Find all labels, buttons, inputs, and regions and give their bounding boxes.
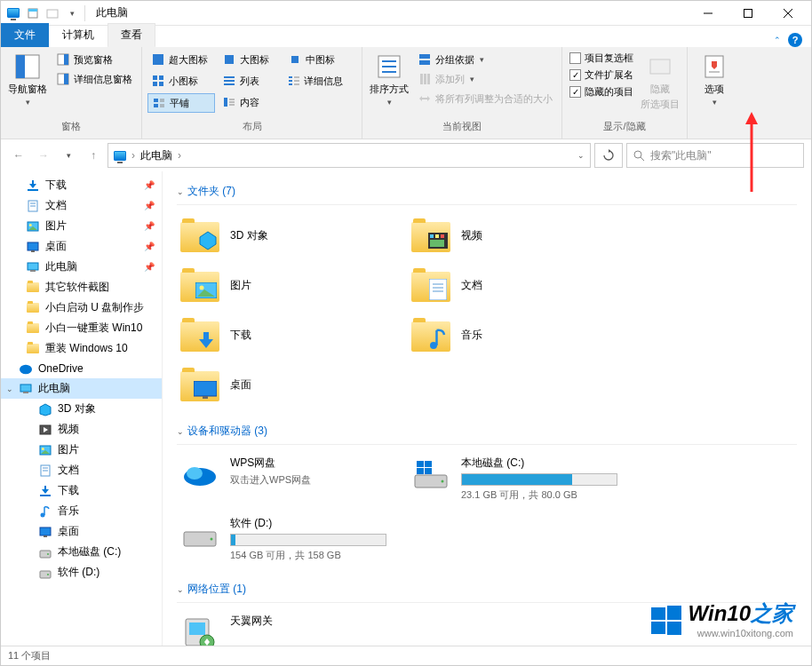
sidebar-item[interactable]: 小白启动 U 盘制作步 [1,297,162,318]
qat-new-folder-icon[interactable] [44,4,61,22]
svg-rect-70 [30,270,36,272]
checkbox-extensions[interactable]: ✓文件扩展名 [568,67,635,83]
group-header-folders[interactable]: ⌄ 文件夹 (7) [177,178,797,205]
folder-item[interactable]: 3D 对象 [177,212,390,258]
desktop-icon [26,240,40,254]
collapse-ribbon-icon[interactable]: ⌃ [774,36,781,44]
svg-rect-51 [650,59,670,74]
sidebar-item[interactable]: 其它软件截图 [1,277,162,297]
sidebar-item[interactable]: 图片 [1,440,162,460]
layout-list-button[interactable]: 列表 [219,72,281,90]
sort-button[interactable]: 排序方式 ▾ [368,51,410,108]
layout-large-button[interactable]: 大图标 [219,51,281,68]
folder-item[interactable]: 音乐 [408,312,621,358]
network-name: 天翼网关 [230,614,386,629]
sidebar-item[interactable]: 音乐 [1,501,162,521]
sidebar-item[interactable]: 图片📌 [1,216,162,236]
tab-computer[interactable]: 计算机 [49,23,107,47]
sidebar-item[interactable]: 下载 [1,480,162,501]
sidebar-item[interactable]: 重装 Windows 10 [1,338,162,359]
nav-sidebar[interactable]: 下载📌文档📌图片📌桌面📌此电脑📌其它软件截图小白启动 U 盘制作步小白一键重装 … [1,171,163,646]
back-button[interactable]: ← [8,145,29,166]
sidebar-item[interactable]: 文档 [1,460,162,480]
checkbox-hidden-items[interactable]: ✓隐藏的项目 [568,84,635,99]
breadcrumb[interactable]: 此电脑 [140,148,172,163]
location-icon [114,151,126,161]
svg-point-93 [47,574,49,575]
drive-space-text: 154 GB 可用，共 158 GB [230,549,386,562]
sidebar-item[interactable]: 3D 对象 [1,399,162,419]
fit-columns-button[interactable]: 将所有列调整为合适的大小 [414,90,556,107]
nav-pane-button[interactable]: 导航窗格 ▾ [6,51,49,108]
layout-small-button[interactable]: 小图标 [147,72,215,90]
close-button[interactable] [768,1,808,26]
svg-rect-98 [441,234,444,238]
forward-button[interactable]: → [33,145,54,166]
svg-rect-15 [291,56,299,63]
music-folder-icon [411,315,450,354]
group-header-drives[interactable]: ⌄ 设备和驱动器 (3) [177,418,797,445]
svg-rect-111 [203,396,208,399]
drive-item[interactable]: 软件 (D:)154 GB 可用，共 158 GB [177,512,390,566]
drive-item[interactable]: WPS网盘双击进入WPS网盘 [177,452,390,505]
layout-content-button[interactable]: 内容 [219,93,281,111]
group-header-network[interactable]: ⌄ 网络位置 (1) [177,576,797,603]
address-box[interactable]: › 此电脑 › ⌄ [107,143,591,168]
group-by-button[interactable]: 分组依据▾ [414,51,556,68]
svg-rect-68 [31,250,35,252]
svg-rect-72 [20,385,31,392]
sidebar-item[interactable]: 此电脑📌 [1,257,162,277]
layout-details-button[interactable]: 详细信息 [284,72,346,90]
layout-tiles-button[interactable]: 平铺 [147,93,215,113]
recent-locations-button[interactable]: ▾ [58,145,79,166]
drive-item[interactable]: 本地磁盘 (C:)23.1 GB 可用，共 80.0 GB [408,452,621,505]
3d-folder-icon [180,216,219,255]
minimize-button[interactable] [688,1,728,26]
folder-item[interactable]: 图片 [177,262,390,308]
sidebar-item[interactable]: 本地磁盘 (C:) [1,542,162,562]
details-pane-button[interactable]: 详细信息窗格 [52,70,136,88]
search-box[interactable]: 搜索"此电脑" [626,143,804,168]
up-button[interactable]: ↑ [83,145,104,166]
sidebar-item[interactable]: 下载📌 [1,175,162,195]
folder-item[interactable]: 桌面 [177,361,390,408]
sidebar-item[interactable]: 文档📌 [1,195,162,216]
svg-rect-46 [424,74,426,84]
checkbox-item-checkboxes[interactable]: 项目复选框 [568,51,635,66]
add-columns-button[interactable]: 添加列▾ [414,70,556,88]
sidebar-item[interactable]: 桌面 [1,521,162,542]
preview-pane-button[interactable]: 预览窗格 [52,51,136,68]
sidebar-item[interactable]: ⌄此电脑 [1,378,162,399]
sidebar-item[interactable]: 软件 (D:) [1,562,162,583]
tab-file[interactable]: 文件 [1,23,49,47]
refresh-button[interactable] [594,143,623,168]
ribbon-group-options: 选项 ▾ [688,47,741,139]
qat-properties-icon[interactable] [24,4,42,22]
qat-dropdown-icon[interactable]: ▾ [63,4,81,22]
svg-rect-43 [419,54,430,59]
sidebar-item[interactable]: 小白一键重装 Win10 [1,318,162,338]
network-item[interactable]: 天翼网关 [177,610,390,646]
address-dropdown-icon[interactable]: ⌄ [577,151,585,160]
ribbon-group-view: 排序方式 ▾ 分组依据▾ 添加列▾ 将所有列调整为合适的大小 当前视图 [362,47,562,139]
layout-xlarge-button[interactable]: 超大图标 [147,51,215,68]
svg-rect-4 [744,9,752,17]
drive-usage-bar [461,473,617,486]
help-icon[interactable]: ? [788,33,802,47]
hide-selected-button[interactable]: 隐藏 所选项目 [639,51,681,113]
svg-rect-90 [40,551,51,558]
tab-view[interactable]: 查看 [107,23,155,47]
sidebar-item[interactable]: 视频 [1,419,162,440]
maximize-button[interactable] [728,1,768,26]
folder-item[interactable]: 下载 [177,312,390,358]
layout-medium-button[interactable]: 中图标 [284,51,346,68]
folder-item[interactable]: 文档 [408,262,621,308]
sidebar-item[interactable]: 桌面📌 [1,236,162,257]
sidebar-item[interactable]: OneDrive [1,359,162,378]
sidebar-item-label: 桌面 [45,239,67,254]
content-area[interactable]: ⌄ 文件夹 (7) 3D 对象视频图片文档下载音乐桌面 ⌄ 设备和驱动器 (3)… [163,171,811,646]
folder-item[interactable]: 视频 [408,212,621,258]
svg-point-121 [211,538,213,541]
svg-rect-73 [23,392,28,393]
options-button[interactable]: 选项 ▾ [693,51,736,108]
